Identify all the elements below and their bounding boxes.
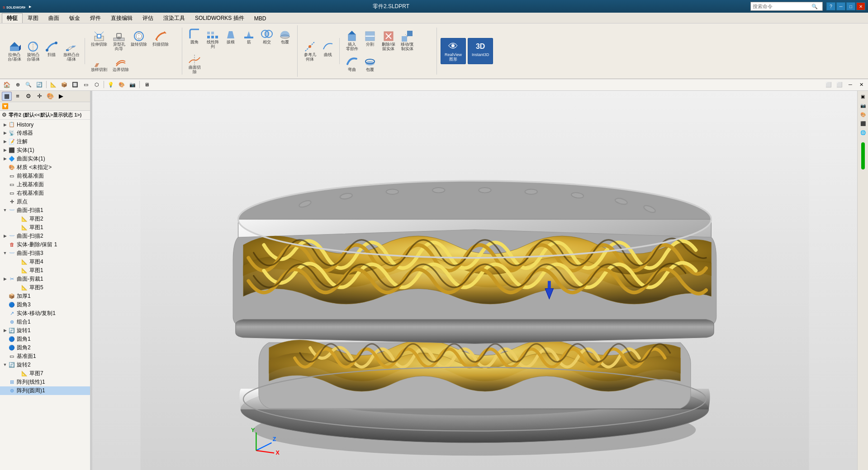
instant3d-btn[interactable]: 3D Instant3D <box>468 38 493 64</box>
tab-weldment[interactable]: 焊件 <box>85 13 106 23</box>
feature-tree-btn[interactable]: ▦ <box>2 92 12 101</box>
tree-item-annotation[interactable]: ▶ 📝 注解 <box>0 137 90 146</box>
tree-item-sweep3[interactable]: ▼ 〰 曲面-扫描3 <box>0 249 90 258</box>
search-box[interactable]: 🔍 <box>750 2 823 11</box>
config-manager-btn[interactable]: ⚙ <box>24 92 33 101</box>
fillet-btn[interactable]: 圆角 <box>186 26 203 51</box>
tree-item-sensor[interactable]: ▶ 📡 传感器 <box>0 129 90 137</box>
close-btn[interactable]: ✕ <box>856 2 865 10</box>
tree-item-fillet1[interactable]: 🔵 圆角1 <box>0 335 90 343</box>
display-pane-btn[interactable]: 🖥 <box>142 80 152 89</box>
sweep-btn[interactable]: 扫描 <box>43 39 60 63</box>
tree-item-solid[interactable]: ▶ ⬛ 实体(1) <box>0 146 90 155</box>
rib-btn[interactable]: 筋 <box>240 26 257 51</box>
maximize-btn[interactable]: □ <box>846 2 855 10</box>
tab-directedit[interactable]: 直接编辑 <box>106 13 138 23</box>
revolve-boss-btn[interactable]: 旋转凸台/基体 <box>24 39 43 63</box>
tree-item-surface-solid[interactable]: ▶ 🔷 曲面实体(1) <box>0 155 90 163</box>
delete-keep-btn[interactable]: 删除/保留实体 <box>379 28 398 53</box>
tree-item-circular-pattern1[interactable]: ⊚ 阵列(圆周)1 <box>0 386 90 395</box>
section-view-btn[interactable]: 🔲 <box>70 80 80 89</box>
tree-item-sketch5[interactable]: 📐 草图5 <box>0 283 90 292</box>
view-orientation-btn[interactable]: 📐 <box>48 80 58 89</box>
tree-item-trim1[interactable]: ▶ ✂ 曲面-剪裁1 <box>0 275 90 283</box>
view-scene-btn[interactable]: ▭ <box>81 80 91 89</box>
extrude-cut-btn[interactable]: 拉伸切除 <box>89 28 109 53</box>
tree-item-fillet3[interactable]: 🔵 圆角3 <box>0 301 90 309</box>
linear-pattern-btn[interactable]: 线性阵列 <box>204 26 221 51</box>
view-right-3[interactable]: ─ <box>845 80 855 89</box>
draft-btn[interactable]: 拔模 <box>222 26 239 51</box>
tab-mbd[interactable]: MBD <box>249 13 271 23</box>
tree-item-combine1[interactable]: ⊕ 组合1 <box>0 318 90 326</box>
tree-item-thicken1[interactable]: 📦 加厚1 <box>0 292 90 301</box>
tree-item-revolve1[interactable]: ▶ 🔄 旋转1 <box>0 326 90 335</box>
tab-sketch[interactable]: 草图 <box>23 13 43 23</box>
view-right-1[interactable]: ⬜ <box>824 80 834 89</box>
split-btn[interactable]: 分割 <box>361 28 379 53</box>
tree-item-top-plane[interactable]: ▭ 上视基准面 <box>0 180 90 189</box>
tree-item-linear-pattern1[interactable]: ⊞ 阵列(线性)1 <box>0 378 90 386</box>
rp-btn4[interactable]: ⬛ <box>859 120 867 128</box>
scene-btn[interactable]: 📷 <box>128 80 138 89</box>
view-right-2[interactable]: ⬜ <box>835 80 844 89</box>
loft-cut-btn[interactable]: 放样切割 <box>89 54 109 74</box>
curve-btn[interactable]: 曲线 <box>319 39 337 63</box>
wrap-btn[interactable]: 包覆 <box>276 26 294 51</box>
revolve-cut-btn[interactable]: 旋转切除 <box>128 28 149 53</box>
flex-btn[interactable]: 弯曲 <box>343 54 360 74</box>
tab-plugins[interactable]: SOLIDWORKS 插件 <box>190 13 249 23</box>
sweep-cut-btn[interactable]: 扫描切除 <box>150 28 171 53</box>
rp-btn2[interactable]: 📷 <box>859 102 867 110</box>
tab-sheetmetal[interactable]: 钣金 <box>64 13 85 23</box>
zoom-in-btn[interactable]: 🔍 <box>24 80 33 89</box>
rp-btn3[interactable]: 🎨 <box>859 111 867 119</box>
display-manager-btn[interactable]: 🎨 <box>45 92 55 101</box>
view-settings-btn[interactable]: ⬡ <box>92 80 102 89</box>
tab-render[interactable]: 渲染工具 <box>158 13 190 23</box>
tree-item-plane1[interactable]: ▭ 基准面1 <box>0 352 90 361</box>
search-input[interactable] <box>753 4 811 9</box>
appearance-btn[interactable]: 🎨 <box>117 80 127 89</box>
zoom-to-fit-btn[interactable]: ⊕ <box>13 80 23 89</box>
rp-btn1[interactable]: ▣ <box>859 93 867 101</box>
tree-item-sketch7[interactable]: 📐 草图7 <box>0 369 90 378</box>
home-view-btn[interactable]: 🏠 <box>2 80 12 89</box>
tab-features[interactable]: 特征 <box>2 13 23 23</box>
viewport[interactable]: Z X Y <box>92 91 857 470</box>
tree-item-material[interactable]: 🎨 材质 <未指定> <box>0 163 90 172</box>
tree-item-right-plane[interactable]: ▭ 右视基准面 <box>0 189 90 197</box>
expand-btn[interactable]: ▶ <box>56 92 66 101</box>
tree-item-origin[interactable]: ✛ 原点 <box>0 197 90 206</box>
tree-item-fillet2[interactable]: 🔵 圆角2 <box>0 343 90 352</box>
view-right-4[interactable]: ✕ <box>856 80 866 89</box>
tree-item-sweep2[interactable]: ▶ 〰 曲面-扫描2 <box>0 232 90 240</box>
tree-item-move-copy1[interactable]: ↗ 实体-移动/复制1 <box>0 309 90 318</box>
tree-item-sketch4[interactable]: 📐 草图4 <box>0 258 90 266</box>
tree-item-front-plane[interactable]: ▭ 前视基准面 <box>0 172 90 180</box>
tree-item-sweep1[interactable]: ▼ 〰 曲面-扫描1 <box>0 206 90 215</box>
rp-green-bar[interactable] <box>861 142 865 169</box>
tab-surface[interactable]: 曲面 <box>43 13 64 23</box>
tree-item-revolve2[interactable]: ▼ 🔄 旋转2 <box>0 361 90 369</box>
ref-geometry-btn[interactable]: 参考几何体 <box>301 39 318 63</box>
hole-wizard-btn[interactable]: 异型孔向导 <box>110 28 128 53</box>
tree-item-delete-keep[interactable]: 🗑 实体-删除/保留 1 <box>0 240 90 249</box>
surface-cut-btn[interactable]: 曲面切除 <box>186 52 203 76</box>
realview-btn[interactable]: 👁 RealView图形 <box>441 38 466 64</box>
rotate-btn[interactable]: 🔄 <box>34 80 44 89</box>
tree-item-sketch1a[interactable]: 📐 草图1 <box>0 223 90 232</box>
display-style-btn[interactable]: 📦 <box>59 80 69 89</box>
tree-item-sketch2[interactable]: 📐 草图2 <box>0 215 90 223</box>
lights-btn[interactable]: 💡 <box>106 80 116 89</box>
intersect-btn[interactable]: 相交 <box>258 26 275 51</box>
tree-item-sketch1b[interactable]: 📐 草图1 <box>0 266 90 275</box>
boundary-cut-btn[interactable]: 边界切除 <box>110 54 131 74</box>
help-btn[interactable]: ? <box>826 2 835 10</box>
minimize-btn[interactable]: ─ <box>836 2 845 10</box>
insert-part-btn[interactable]: 插入零部件 <box>343 28 360 53</box>
tree-item-history[interactable]: ▶ 📋 History <box>0 121 90 129</box>
loft-boss-btn[interactable]: 放样凸台/基体 <box>61 39 82 63</box>
wrap2-btn[interactable]: 包覆 <box>361 54 379 74</box>
extrude-boss-btn[interactable]: 拉伸凸台/基体 <box>5 39 24 63</box>
